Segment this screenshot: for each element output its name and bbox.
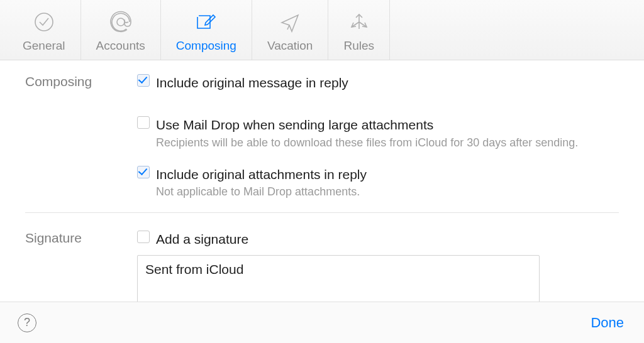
- checkbox-include-attachments[interactable]: [137, 166, 150, 178]
- preferences-tabbar: General Accounts Composing Vacat: [0, 0, 644, 60]
- svg-point-1: [117, 18, 125, 26]
- tab-label: Composing: [176, 39, 236, 53]
- section-composing: Composing Include original message in re…: [0, 60, 644, 212]
- section-signature: Signature Add a signature: [0, 213, 644, 302]
- tab-vacation[interactable]: Vacation: [252, 0, 329, 60]
- tab-rules[interactable]: Rules: [328, 0, 390, 60]
- signature-textarea[interactable]: [137, 255, 540, 302]
- compose-icon: [193, 9, 219, 35]
- option-hint: Not applicable to Mail Drop attachments.: [156, 185, 367, 199]
- tab-general[interactable]: General: [8, 0, 81, 60]
- help-icon: ?: [24, 316, 30, 329]
- checkbox-add-signature[interactable]: [137, 231, 150, 243]
- checkbox-include-reply[interactable]: [137, 74, 150, 87]
- tab-composing[interactable]: Composing: [161, 0, 252, 60]
- section-title: Composing: [25, 72, 137, 212]
- airplane-icon: [277, 9, 303, 35]
- preferences-footer: ? Done: [0, 302, 644, 343]
- preferences-content: Composing Include original message in re…: [0, 60, 644, 302]
- option-label: Add a signature: [156, 231, 248, 248]
- arrows-icon: [346, 9, 372, 35]
- at-sign-icon: [108, 9, 134, 35]
- tab-label: Vacation: [267, 39, 313, 53]
- checkmark-circle-icon: [31, 9, 57, 35]
- option-hint: Recipients will be able to download thes…: [156, 136, 578, 150]
- help-button[interactable]: ?: [18, 313, 36, 332]
- option-label: Use Mail Drop when sending large attachm…: [156, 116, 578, 133]
- option-label: Include original attachments in reply: [156, 166, 367, 183]
- tab-accounts[interactable]: Accounts: [81, 0, 161, 60]
- option-label: Include original message in reply: [156, 74, 348, 91]
- checkbox-mail-drop[interactable]: [137, 116, 150, 129]
- option-include-attachments: Include original attachments in reply No…: [137, 163, 619, 212]
- tab-label: Accounts: [96, 39, 145, 53]
- tab-label: Rules: [343, 39, 374, 53]
- tab-label: General: [23, 39, 65, 53]
- svg-point-0: [35, 13, 53, 31]
- option-add-signature: Add a signature: [137, 228, 619, 251]
- section-title: Signature: [25, 228, 137, 302]
- option-mail-drop: Use Mail Drop when sending large attachm…: [137, 114, 619, 163]
- done-button[interactable]: Done: [588, 311, 626, 335]
- option-include-reply: Include original message in reply: [137, 72, 619, 100]
